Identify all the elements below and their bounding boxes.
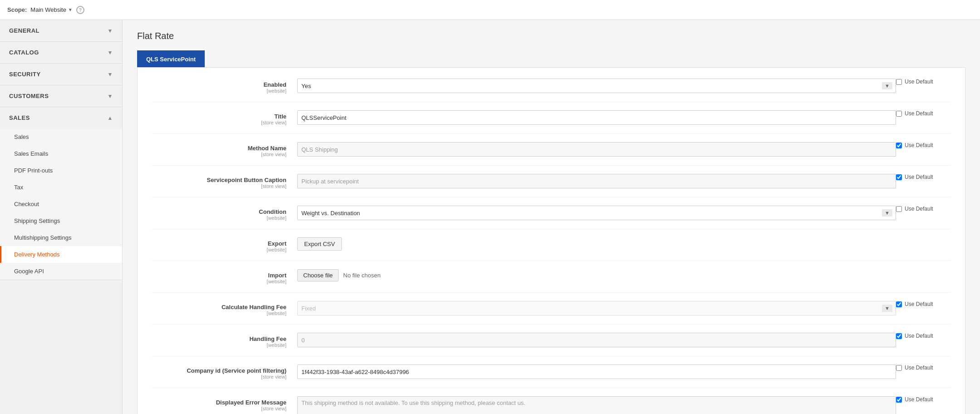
sidebar-section-label: SALES [9, 114, 30, 121]
use-default-col-company-id: Use Default [896, 365, 950, 371]
field-scope-servicepoint-button-caption: [store view] [152, 183, 286, 189]
use-default-col-servicepoint-button-caption: Use Default [896, 174, 950, 180]
sidebar-section-header-general[interactable]: GENERAL ▼ [0, 20, 122, 41]
select-condition[interactable]: Weight vs. DestinationPrice vs. Destinat… [297, 206, 896, 220]
field-label-condition: Condition [259, 208, 286, 215]
use-default-label-enabled: Use Default [905, 79, 933, 85]
sidebar-item-tax[interactable]: Tax [0, 179, 122, 196]
field-label-col-calculate-handling-fee: Calculate Handling Fee [website] [152, 301, 297, 316]
sidebar-item-delivery-methods[interactable]: Delivery Methods [0, 246, 122, 263]
tab-qls-servicepoint[interactable]: QLS ServicePoint [137, 50, 205, 67]
choose-file-button[interactable]: Choose file [297, 269, 339, 281]
sidebar-section-label: CATALOG [9, 49, 39, 56]
field-label-col-servicepoint-button-caption: Servicepoint Button Caption [store view] [152, 174, 297, 189]
form-row-enabled: Enabled [website]YesNo▼Use Default [152, 79, 950, 102]
sidebar-section-header-sales[interactable]: SALES ▲ [0, 107, 122, 128]
use-default-checkbox-method-name[interactable] [896, 143, 902, 148]
form-row-export: Export [website]Export CSV [152, 237, 950, 261]
use-default-label-servicepoint-button-caption: Use Default [905, 174, 933, 180]
use-default-checkbox-title[interactable] [896, 111, 902, 117]
sidebar: GENERAL ▼CATALOG ▼SECURITY ▼CUSTOMERS ▼S… [0, 20, 123, 414]
main-content: Flat Rate QLS ServicePoint Enabled [webs… [123, 20, 980, 414]
sidebar-section-sales: SALES ▲SalesSales EmailsPDF Print-outsTa… [0, 107, 122, 280]
sidebar-section-header-catalog[interactable]: CATALOG ▼ [0, 42, 122, 63]
field-scope-title: [store view] [152, 120, 286, 125]
sidebar-item-checkout[interactable]: Checkout [0, 196, 122, 212]
config-panel: Enabled [website]YesNo▼Use DefaultTitle … [137, 67, 965, 414]
sidebar-section-security: SECURITY ▼ [0, 64, 122, 85]
use-default-checkbox-displayed-error-message[interactable] [896, 397, 902, 403]
use-default-col-displayed-error-message: Use Default [896, 396, 950, 403]
sidebar-section-header-customers[interactable]: CUSTOMERS ▼ [0, 85, 122, 107]
input-method-name [297, 142, 896, 157]
sidebar-section-header-security[interactable]: SECURITY ▼ [0, 64, 122, 85]
use-default-checkbox-enabled[interactable] [896, 79, 902, 85]
field-scope-company-id: [store view] [152, 374, 286, 380]
button-export[interactable]: Export CSV [297, 237, 342, 251]
use-default-label-condition: Use Default [905, 206, 933, 212]
form-row-handling-fee: Handling Fee [website]Use Default [152, 333, 950, 356]
field-input-col-method-name [297, 142, 896, 157]
chevron-down-icon: ▼ [108, 49, 113, 56]
field-input-col-condition: Weight vs. DestinationPrice vs. Destinat… [297, 206, 896, 220]
input-servicepoint-button-caption [297, 174, 896, 188]
input-title[interactable] [297, 110, 896, 125]
field-label-enabled: Enabled [263, 81, 286, 88]
form-row-displayed-error-message: Displayed Error Message [store view]Use … [152, 396, 950, 414]
use-default-checkbox-calculate-handling-fee[interactable] [896, 301, 902, 307]
sidebar-item-sales[interactable]: Sales [0, 128, 122, 145]
use-default-checkbox-condition[interactable] [896, 206, 902, 212]
form-row-condition: Condition [website]Weight vs. Destinatio… [152, 206, 950, 229]
field-scope-import: [website] [152, 279, 286, 284]
sidebar-item-sales-emails[interactable]: Sales Emails [0, 145, 122, 162]
sidebar-section-general: GENERAL ▼ [0, 20, 122, 42]
sidebar-section-catalog: CATALOG ▼ [0, 42, 122, 64]
sidebar-items-sales: SalesSales EmailsPDF Print-outsTaxChecko… [0, 128, 122, 280]
use-default-checkbox-company-id[interactable] [896, 365, 902, 371]
sidebar-item-shipping-settings[interactable]: Shipping Settings [0, 212, 122, 229]
top-bar: Scope: Main Website ▼ ? [0, 0, 980, 20]
select-calculate-handling-fee: FixedPercent [297, 301, 896, 315]
sidebar-item-google-api[interactable]: Google API [0, 263, 122, 280]
select-wrapper-calculate-handling-fee: FixedPercent▼ [297, 301, 896, 315]
field-scope-enabled: [website] [152, 88, 286, 94]
form-row-title: Title [store view]Use Default [152, 110, 950, 134]
sidebar-item-multishipping-settings[interactable]: Multishipping Settings [0, 229, 122, 246]
select-wrapper-enabled: YesNo▼ [297, 79, 896, 93]
field-label-col-handling-fee: Handling Fee [website] [152, 333, 297, 348]
scope-dropdown-arrow: ▼ [68, 7, 73, 12]
field-input-col-displayed-error-message [297, 396, 896, 414]
sidebar-section-label: CUSTOMERS [9, 93, 49, 99]
scope-label: Scope: [7, 6, 27, 13]
scope-selector[interactable]: Main Website ▼ [30, 6, 72, 13]
field-scope-displayed-error-message: [store view] [152, 406, 286, 411]
use-default-col-calculate-handling-fee: Use Default [896, 301, 950, 307]
field-scope-method-name: [store view] [152, 152, 286, 157]
field-label-col-title: Title [store view] [152, 110, 297, 125]
field-label-calculate-handling-fee: Calculate Handling Fee [222, 304, 286, 310]
use-default-label-handling-fee: Use Default [905, 333, 933, 339]
form-row-servicepoint-button-caption: Servicepoint Button Caption [store view]… [152, 174, 950, 197]
use-default-checkbox-servicepoint-button-caption[interactable] [896, 174, 902, 180]
field-input-col-company-id [297, 365, 896, 379]
input-company-id[interactable] [297, 365, 896, 379]
field-label-col-company-id: Company id (Service point filtering) [st… [152, 365, 297, 380]
help-icon[interactable]: ? [76, 6, 84, 14]
sidebar-item-pdf-printouts[interactable]: PDF Print-outs [0, 162, 122, 179]
textarea-displayed-error-message [297, 396, 896, 414]
form-row-import: Import [website]Choose file No file chos… [152, 269, 950, 293]
field-label-col-enabled: Enabled [website] [152, 79, 297, 94]
page-title: Flat Rate [137, 31, 965, 41]
field-scope-calculate-handling-fee: [website] [152, 310, 286, 316]
use-default-checkbox-handling-fee[interactable] [896, 333, 902, 339]
use-default-label-calculate-handling-fee: Use Default [905, 301, 933, 307]
field-scope-export: [website] [152, 247, 286, 252]
field-input-col-enabled: YesNo▼ [297, 79, 896, 93]
select-enabled[interactable]: YesNo [297, 79, 896, 93]
field-input-col-title [297, 110, 896, 125]
field-label-displayed-error-message: Displayed Error Message [216, 399, 286, 406]
layout: GENERAL ▼CATALOG ▼SECURITY ▼CUSTOMERS ▼S… [0, 20, 980, 414]
field-label-title: Title [275, 113, 287, 120]
field-input-col-export: Export CSV [297, 237, 950, 251]
field-label-servicepoint-button-caption: Servicepoint Button Caption [207, 177, 287, 183]
